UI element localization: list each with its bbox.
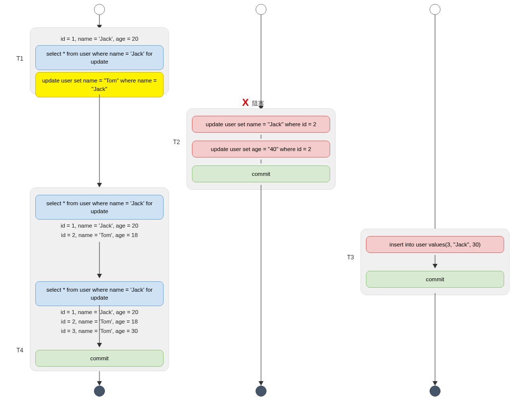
sql-update-name-jack: update user set name = "Jack" where id =… [192,116,330,133]
sql-select-for-update-3: select * from user where name = 'Jack' f… [35,281,164,306]
end-node-2 [256,386,266,397]
group-t2: T2 update user set name = "Jack" where i… [186,108,336,190]
group-t3: T3 insert into user values(3, "Jack", 30… [360,229,510,295]
start-node-1 [94,4,105,15]
group-label-t3: T3 [347,254,354,261]
annotation-initial-row: id = 1, name = 'Jack', age = 20 [35,35,164,43]
blocking-label: 阻塞 [252,99,264,108]
sql-select-for-update-1: select * from user where name = 'Jack' f… [35,45,164,70]
sql-commit-t3: commit [366,271,504,288]
sql-select-for-update-2: select * from user where name = 'Jack' f… [35,195,164,220]
end-node-3 [430,386,441,397]
group-t4: T4 select * from user where name = 'Jack… [30,187,169,371]
blocking-x-icon: X [242,97,249,108]
annotation-result-1-line2: id = 2, name = 'Tom', age = 18 [35,231,164,240]
sql-update-name-tom: update user set name = "Tom" where name … [35,72,164,97]
group-t1: T1 id = 1, name = 'Jack', age = 20 selec… [30,27,169,94]
start-node-3 [430,4,441,15]
sql-insert-user: insert into user values(3, "Jack", 30) [366,236,504,253]
start-node-2 [256,4,266,15]
group-label-t4: T4 [16,347,23,354]
group-label-t1: T1 [16,55,23,62]
sql-update-age-40: update user set age = "40" where id = 2 [192,141,330,158]
sql-commit-t4: commit [35,350,164,367]
annotation-result-1-line1: id = 1, name = 'Jack', age = 20 [35,222,164,230]
sql-commit-t2: commit [192,165,330,182]
group-label-t2: T2 [173,139,180,146]
end-node-1 [94,386,105,397]
